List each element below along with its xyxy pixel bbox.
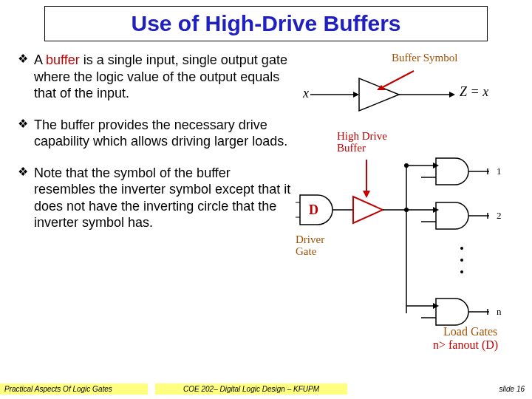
driver-network-block: High Drive Buffer [296,130,520,344]
buffer-symbol-block: Buffer Symbol x Z = x [296,52,520,126]
footer: Practical Aspects Of Logic Gates COE 202… [0,383,532,395]
svg-marker-4 [449,92,455,98]
gate-index-1: 1 [497,166,502,177]
svg-marker-12 [363,191,370,198]
title-bar: Use of High-Drive Buffers [44,6,488,41]
footer-right: slide 16 [492,383,532,395]
driver-gate-label-2: Gate [296,245,316,258]
bullet-item: The buffer provides the necessary drive … [18,117,291,150]
text-column: A buffer is a single input, single outpu… [18,52,291,344]
load-gates-label: Load Gates [443,325,497,338]
svg-point-27 [460,247,463,250]
fanout-label: n> fanout (D) [433,338,498,352]
bullet-post: The buffer provides the necessary drive … [34,117,287,149]
bullet-pre: A [34,52,46,67]
gate-index-2: 2 [497,210,502,222]
bullet-post: Note that the symbol of the buffer resem… [34,166,290,231]
footer-mid: COE 202– Digital Logic Design – KFUPM [155,383,347,395]
svg-point-29 [460,270,463,273]
buffer-output-eq: Z = x [460,84,488,100]
svg-marker-10 [353,197,383,223]
page-title: Use of High-Drive Buffers [52,11,480,36]
high-drive-label-1: High Drive [337,130,387,143]
gate-index-n: n [497,306,502,318]
figure-column: Buffer Symbol x Z = x High Drive Buffer [291,52,520,344]
content-row: A buffer is a single input, single outpu… [0,41,532,344]
svg-marker-1 [353,92,359,98]
driver-gate-label-1: Driver [296,233,324,246]
bullet-highlight: buffer [46,52,80,67]
bullet-item: Note that the symbol of the buffer resem… [18,165,291,231]
bullet-item: A buffer is a single input, single outpu… [18,52,291,102]
svg-line-5 [383,71,414,87]
driver-letter: D [309,202,318,218]
footer-left: Practical Aspects Of Logic Gates [0,383,148,395]
buffer-symbol-label: Buffer Symbol [392,52,457,64]
svg-point-28 [460,259,463,262]
driver-network-svg [296,151,517,343]
svg-marker-2 [359,78,399,111]
buffer-input-var: x [303,86,309,101]
bullet-list: A buffer is a single input, single outpu… [18,52,291,231]
